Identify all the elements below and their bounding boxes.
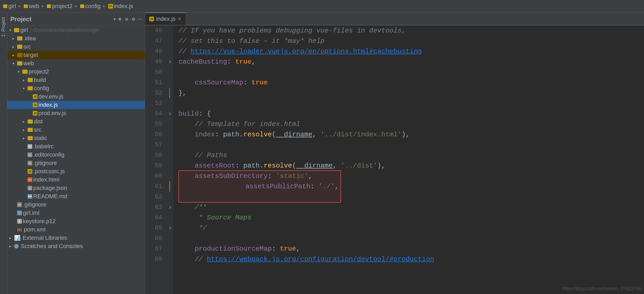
- tree-item-dist[interactable]: dist: [7, 117, 145, 126]
- breadcrumb-sep-1: ▸: [18, 3, 21, 10]
- breadcrumb-item-project2[interactable]: project2: [47, 3, 72, 10]
- tree-label-external-libraries: External Libraries: [23, 235, 67, 241]
- line-num-50: 50: [145, 67, 162, 77]
- code-text-67c: :: [272, 244, 280, 254]
- tree-item-gitignore-outer[interactable]: GI .gitignore: [7, 201, 145, 209]
- sidebar-locate-icon[interactable]: ⊕: [118, 16, 121, 22]
- tree-path-girl: ~/Documents/dev/java/imooc/girl: [30, 28, 98, 33]
- sidebar-header-icons: ⊕ ⇄ ⚙ —: [118, 16, 142, 22]
- tree-item-scratches-consoles[interactable]: Scratches and Consoles: [7, 242, 145, 250]
- tree-item-girl[interactable]: girl ~/Documents/dev/java/imooc/girl: [7, 26, 145, 34]
- tree-item-index-html[interactable]: HT index.html: [7, 176, 145, 184]
- sidebar-minimize-icon[interactable]: —: [139, 16, 142, 22]
- folder-icon-static: [28, 136, 33, 140]
- gutter-52: [166, 88, 173, 98]
- code-text-56e: resolve: [243, 129, 272, 140]
- line-num-48: 48: [145, 46, 162, 57]
- arrow-scratches: [9, 244, 13, 248]
- tree-item-src-root[interactable]: src: [7, 43, 145, 51]
- tree-item-readme[interactable]: MD README.md: [7, 192, 145, 201]
- sidebar-settings-icon[interactable]: ⚙: [132, 16, 135, 22]
- sidebar-title: Project: [10, 16, 111, 23]
- tree-item-src-web[interactable]: src: [7, 126, 145, 134]
- line-num-53: 53: [145, 98, 162, 109]
- line-num-54: 54: [145, 109, 162, 119]
- tree-label-dist: dist: [34, 118, 43, 125]
- code-text-56b: index: [195, 129, 215, 140]
- code-text-67d: true: [280, 244, 296, 254]
- tab-close-button[interactable]: ✕: [178, 16, 182, 22]
- folder-icon-target: [17, 53, 22, 57]
- tree-item-target[interactable]: target: [7, 51, 145, 59]
- gutter-55: [166, 119, 173, 129]
- tree-item-external-libraries[interactable]: 📊 External Libraries: [7, 234, 145, 242]
- tree-item-index-js[interactable]: JS index.js: [7, 101, 145, 109]
- code-line-51: cssSourceMap: true: [178, 77, 639, 88]
- tree-item-build[interactable]: build: [7, 76, 145, 84]
- breadcrumb-item-indexjs[interactable]: JS index.js: [108, 3, 133, 10]
- sidebar-dropdown-arrow: ▾: [113, 16, 116, 22]
- tree-item-gitignore-inner[interactable]: GI .gitignore: [7, 159, 145, 167]
- tree-label-src-root: src: [23, 43, 31, 50]
- js-icon-prod-env: JS: [33, 111, 37, 116]
- vertical-tab[interactable]: 1: Project: [0, 12, 7, 294]
- code-text-61b: assetsPublicPath: [246, 183, 311, 190]
- line-num-46: 46: [145, 25, 162, 36]
- arrow-project2: [18, 70, 21, 74]
- tree-item-pom-xml[interactable]: m pom.xml: [7, 225, 145, 234]
- breadcrumb-sep-3: ▸: [74, 3, 78, 10]
- breadcrumb-sep-4: ▸: [102, 3, 106, 10]
- code-text-56a: [178, 129, 195, 140]
- gutter-47: [166, 36, 173, 46]
- folder-icon-web: [24, 4, 28, 8]
- tree-item-static[interactable]: static: [7, 134, 145, 142]
- breadcrumb-item-config[interactable]: config: [80, 3, 101, 10]
- editor-area: JS index.js ✕ 46 47 48 49 50 51 52 53 54…: [145, 12, 644, 294]
- tree-item-project2[interactable]: project2: [7, 68, 145, 76]
- vertical-tab-label: 1: Project: [1, 17, 6, 37]
- code-text-58: // Paths: [178, 150, 227, 161]
- sidebar-collapse-icon[interactable]: ⇄: [125, 16, 128, 22]
- tree-label-build: build: [34, 77, 46, 83]
- scratches-icon: [14, 244, 19, 249]
- folder-icon-project2: [47, 4, 51, 8]
- code-text-67a: [178, 244, 195, 254]
- code-text-68a: //: [178, 254, 207, 264]
- breadcrumb-item-girl[interactable]: girl: [3, 3, 16, 10]
- tree-item-dev-env-js[interactable]: JS dev.env.js: [7, 92, 145, 101]
- tab-index-js[interactable]: JS index.js ✕: [145, 12, 186, 25]
- line-num-60: 60: [145, 171, 162, 181]
- tree-item-girl-iml[interactable]: girl.iml: [7, 209, 145, 217]
- code-text-54b: : {: [199, 109, 211, 119]
- tree-label-readme: README.md: [33, 193, 67, 200]
- breadcrumb-item-web[interactable]: web: [24, 3, 39, 10]
- folder-icon-config: [80, 4, 84, 8]
- code-text-56d: path.: [223, 129, 243, 140]
- line-num-61: 61: [145, 181, 162, 192]
- tree-item-prod-env-js[interactable]: JS prod.env.js: [7, 109, 145, 117]
- tree-label-postcssrc: .postcssrc.js: [33, 168, 65, 175]
- watermark: https://blog.csdn.net/weixin_37622786: [562, 286, 641, 291]
- tree-item-keystore[interactable]: P keystore.p12: [7, 217, 145, 225]
- code-text-59d: path.: [243, 161, 264, 171]
- code-line-55: // Template for index.html: [178, 119, 639, 129]
- tree-item-babelrc[interactable]: RC .babelrc: [7, 142, 145, 151]
- tree-label-index-js: index.js: [38, 102, 58, 108]
- code-line-67: productionSourceMap: true,: [178, 244, 639, 254]
- tree-item-idea[interactable]: .idea: [7, 34, 145, 43]
- code-content[interactable]: // If you have problems debugging vue-fi…: [173, 25, 644, 294]
- tree-item-package-json[interactable]: {} package.json: [7, 184, 145, 192]
- arrow-girl: [9, 28, 13, 32]
- code-text-51b: :: [243, 77, 252, 88]
- tree-item-web[interactable]: web: [7, 59, 145, 68]
- json-icon-package: {}: [28, 186, 32, 190]
- tree-item-editorconfig[interactable]: EC .editorconfig: [7, 151, 145, 159]
- tree-item-config[interactable]: config: [7, 84, 145, 92]
- tree-label-project2: project2: [29, 68, 49, 75]
- code-text-49d: ,: [252, 57, 256, 67]
- gutter-54: [166, 109, 173, 119]
- js-icon-postcssrc: JS: [28, 169, 32, 174]
- icon-editorconfig: EC: [28, 152, 32, 157]
- tree-item-postcssrc[interactable]: JS .postcssrc.js: [7, 167, 145, 176]
- code-text-56c: :: [215, 129, 223, 140]
